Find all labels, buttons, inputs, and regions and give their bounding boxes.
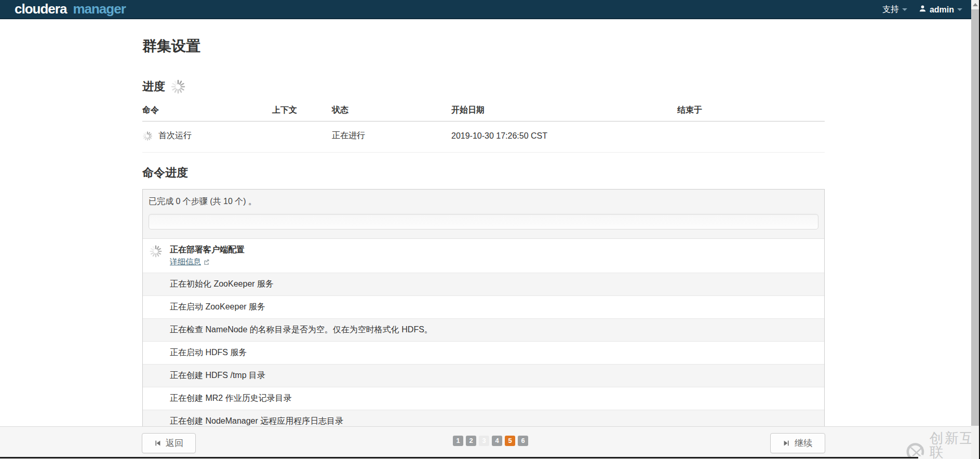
column-header-start-date: 开始日期 bbox=[451, 103, 677, 122]
steps-list: 正在部署客户端配置 详细信息 正在初始化 ZooKeeper 服务 正在启动 Z… bbox=[143, 239, 824, 456]
page-indicator-2: 2 bbox=[466, 436, 476, 446]
page-indicator-1: 1 bbox=[453, 436, 463, 446]
cx-circle-icon bbox=[906, 440, 925, 459]
support-menu[interactable]: 支持 bbox=[882, 4, 907, 15]
cloudera-manager-logo: cloudera˙ manager bbox=[15, 1, 126, 17]
back-button[interactable]: 返回 bbox=[142, 433, 196, 453]
chevron-down-icon bbox=[902, 8, 907, 11]
table-row: 首次运行 正在进行 2019-10-30 17:26:50 CST bbox=[142, 122, 825, 153]
column-header-ended-at: 结束于 bbox=[677, 103, 825, 122]
watermark-logo: 创新互联 CHUANG XIN HU LIAN bbox=[906, 431, 980, 459]
step-icon-placeholder bbox=[149, 393, 170, 393]
support-menu-label: 支持 bbox=[882, 4, 899, 15]
step-row: 正在创建 HDFS /tmp 目录 bbox=[143, 365, 824, 387]
step-label: 正在创建 MR2 作业历史记录目录 bbox=[170, 393, 292, 404]
step-label: 正在创建 NodeManager 远程应用程序日志目录 bbox=[170, 415, 343, 427]
step-backward-icon bbox=[154, 440, 161, 447]
column-header-context: 上下文 bbox=[272, 103, 332, 122]
step-row: 正在启动 HDFS 服务 bbox=[143, 342, 824, 365]
user-menu[interactable]: admin bbox=[919, 5, 962, 15]
progress-table: 命令 上下文 状态 开始日期 结束于 首次运行 正在进行 bbox=[142, 103, 825, 153]
command-progress-heading: 命令进度 bbox=[142, 165, 825, 181]
step-icon-placeholder bbox=[149, 347, 170, 347]
step-label: 正在启动 HDFS 服务 bbox=[170, 347, 247, 358]
back-button-label: 返回 bbox=[166, 437, 183, 449]
step-forward-icon bbox=[783, 440, 790, 447]
trademark-mark: ˙ bbox=[67, 9, 69, 15]
step-row: 正在检查 NameNode 的名称目录是否为空。仅在为空时格式化 HDFS。 bbox=[143, 319, 824, 342]
progress-heading-label: 进度 bbox=[142, 79, 165, 95]
external-link-icon bbox=[204, 258, 209, 267]
steps-completed-text: 已完成 0 个步骤 (共 10 个) 。 bbox=[149, 196, 818, 207]
spinner-icon bbox=[149, 244, 170, 260]
page-indicator-4: 4 bbox=[492, 436, 502, 446]
command-progress-heading-label: 命令进度 bbox=[142, 165, 188, 181]
column-header-status: 状态 bbox=[332, 103, 451, 122]
screen-bottom-edge bbox=[0, 457, 918, 458]
chevron-down-icon bbox=[957, 8, 962, 11]
page-indicator-5-current: 5 bbox=[505, 436, 515, 446]
column-header-command: 命令 bbox=[142, 103, 272, 122]
progress-summary-section: 已完成 0 个步骤 (共 10 个) 。 bbox=[143, 190, 824, 239]
step-label: 正在部署客户端配置 bbox=[170, 244, 245, 255]
step-icon-placeholder bbox=[149, 324, 170, 325]
scrollbar-thumb[interactable] bbox=[971, 9, 979, 426]
wizard-footer: 返回 1 2 3 4 5 6 继续 bbox=[0, 426, 980, 459]
continue-button-label: 继续 bbox=[795, 437, 812, 449]
progress-section-heading: 进度 bbox=[142, 79, 825, 95]
step-label: 正在创建 HDFS /tmp 目录 bbox=[170, 370, 265, 381]
brand-primary: cloudera bbox=[15, 1, 66, 17]
page-indicator-3: 3 bbox=[479, 436, 489, 446]
step-icon-placeholder bbox=[149, 415, 170, 416]
step-label: 正在启动 ZooKeeper 服务 bbox=[170, 301, 265, 313]
brand-secondary: manager bbox=[73, 1, 125, 17]
details-link[interactable]: 详细信息 bbox=[170, 257, 201, 267]
step-icon-placeholder bbox=[149, 301, 170, 302]
step-label: 正在初始化 ZooKeeper 服务 bbox=[170, 278, 274, 290]
step-row: 正在创建 MR2 作业历史记录目录 bbox=[143, 387, 824, 410]
scroll-up-button[interactable] bbox=[971, 0, 979, 9]
progress-bar bbox=[149, 214, 818, 230]
context-value bbox=[272, 122, 332, 153]
command-progress-box: 已完成 0 个步骤 (共 10 个) 。 正在部署客户端配置 详细信息 bbox=[142, 189, 825, 456]
top-navbar: cloudera˙ manager 支持 admin bbox=[0, 0, 980, 19]
user-icon bbox=[919, 5, 927, 15]
status-value: 正在进行 bbox=[332, 122, 451, 153]
start-date-value: 2019-10-30 17:26:50 CST bbox=[451, 122, 677, 153]
step-label: 正在检查 NameNode 的名称目录是否为空。仅在为空时格式化 HDFS。 bbox=[170, 324, 433, 335]
ended-at-value bbox=[677, 122, 825, 153]
main-content: 群集设置 进度 命令 上下文 状态 开始日期 结束于 bbox=[142, 19, 825, 456]
spinner-icon bbox=[170, 79, 186, 95]
step-icon-placeholder bbox=[149, 370, 170, 370]
vertical-scrollbar[interactable] bbox=[971, 0, 979, 459]
step-row: 正在初始化 ZooKeeper 服务 bbox=[143, 273, 824, 296]
spinner-icon bbox=[142, 131, 153, 141]
page-indicator-6: 6 bbox=[518, 436, 528, 446]
step-icon-placeholder bbox=[149, 278, 170, 279]
command-name: 首次运行 bbox=[158, 130, 192, 141]
step-row: 正在部署客户端配置 详细信息 bbox=[143, 239, 824, 273]
continue-button[interactable]: 继续 bbox=[770, 433, 825, 453]
step-row: 正在启动 ZooKeeper 服务 bbox=[143, 296, 824, 319]
wizard-step-indicator: 1 2 3 4 5 6 bbox=[453, 436, 528, 446]
page-title: 群集设置 bbox=[142, 36, 825, 56]
scroll-up-arrow-icon bbox=[973, 3, 978, 6]
user-menu-label: admin bbox=[930, 5, 954, 15]
